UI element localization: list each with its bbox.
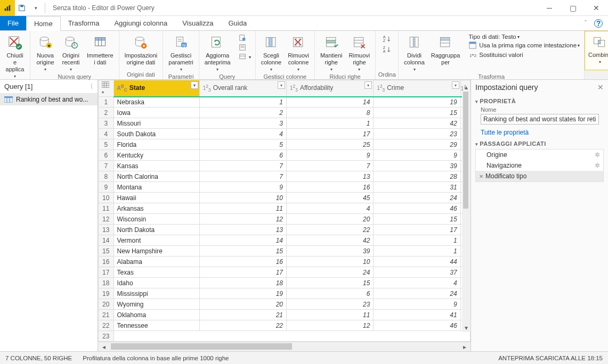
cell-overall-rank[interactable]: 18 [199, 278, 286, 288]
cell-affordability[interactable]: 24 [287, 267, 374, 278]
cell-state[interactable]: Kentucky [114, 150, 199, 161]
prima-riga-intestazione-button[interactable]: Usa la prima riga come intestazione ▾ [466, 40, 582, 50]
row-number[interactable]: 12 [99, 214, 114, 225]
row-number[interactable]: 3 [99, 118, 114, 129]
cell-overall-rank[interactable]: 1 [199, 97, 286, 107]
cell-state[interactable]: Idaho [114, 278, 199, 288]
table-row[interactable]: 5 Florida 5 25 29 [99, 139, 471, 150]
cell-crime[interactable]: 15 [374, 107, 460, 118]
tab-guida[interactable]: Guida [221, 16, 254, 30]
cell-affordability[interactable]: 14 [287, 97, 374, 107]
cell-state[interactable]: Nebraska [114, 97, 199, 107]
cell-affordability[interactable]: 4 [287, 203, 374, 214]
close-apply-button[interactable]: Chiudi e applica▾ [2, 32, 28, 80]
cell-overall-rank[interactable]: 19 [199, 288, 286, 299]
cell-state[interactable]: Arkansas [114, 203, 199, 214]
qat-dropdown-icon[interactable]: ▾ [29, 0, 43, 16]
cell-state[interactable]: North Calorina [114, 171, 199, 182]
cell-overall-rank[interactable]: 2 [199, 107, 286, 118]
cell-affordability[interactable]: 10 [287, 257, 374, 267]
table-row[interactable]: 2 Iowa 2 8 15 [99, 107, 471, 118]
row-number[interactable]: 9 [99, 182, 114, 193]
table-row[interactable]: 21 Oklahoma 21 11 41 [99, 310, 471, 320]
cell-overall-rank[interactable]: 12 [199, 214, 286, 225]
collapse-ribbon-icon[interactable]: ˆ [580, 16, 591, 30]
row-number[interactable]: 6 [99, 150, 114, 161]
gear-icon[interactable]: ✲ [595, 162, 600, 169]
cell-affordability[interactable]: 42 [287, 235, 374, 246]
table-row[interactable]: 12 Wisconsin 12 20 15 [99, 214, 471, 225]
dividi-colonna-button[interactable]: Dividi colonna▾ [401, 32, 428, 73]
step-modificato-tipo[interactable]: ✕Modificato tipo [476, 171, 603, 181]
cell-affordability[interactable]: 13 [287, 171, 374, 182]
column-header-affordability[interactable]: 123Affordability▾ [287, 80, 374, 97]
cell-crime[interactable]: 46 [374, 203, 460, 214]
origini-recenti-button[interactable]: Origini recenti▾ [58, 32, 84, 73]
row-number[interactable]: 2 [99, 107, 114, 118]
cell-crime[interactable]: 17 [374, 225, 460, 235]
cell-overall-rank[interactable]: 9 [199, 182, 286, 193]
cell-overall-rank[interactable]: 11 [199, 203, 286, 214]
gestisci-parametri-button[interactable]: xyGestisci parametri▾ [165, 32, 196, 73]
cell-overall-rank[interactable]: 22 [199, 320, 286, 331]
cell-overall-rank[interactable]: 17 [199, 267, 286, 278]
table-row[interactable]: 8 North Calorina 7 13 28 [99, 171, 471, 182]
table-row[interactable]: 7 Kansas 7 7 39 [99, 161, 471, 171]
maximize-button[interactable]: ▢ [561, 0, 585, 16]
row-number[interactable]: 22 [99, 320, 114, 331]
cell-crime[interactable]: 39 [374, 161, 460, 171]
tab-home[interactable]: Home [26, 16, 61, 31]
scroll-up-icon[interactable]: ▴ [462, 83, 471, 92]
rimuovi-righe-button[interactable]: Rimuovi righe▾ [346, 32, 374, 73]
query-properties-button[interactable] [236, 33, 253, 43]
cell-crime[interactable]: 29 [374, 139, 460, 150]
combina-button[interactable]: Combina▾ [585, 31, 608, 70]
help-icon[interactable]: ? [594, 19, 603, 28]
sostituisci-valori-button[interactable]: 12Sostituisci valori [466, 50, 582, 60]
cell-state[interactable]: North Dakota [114, 225, 199, 235]
cell-crime[interactable]: 46 [374, 320, 460, 331]
section-applied-steps[interactable]: PASSAGGI APPLICATI [475, 140, 604, 147]
cell-affordability[interactable]: 8 [287, 107, 374, 118]
cell-crime[interactable]: 9 [374, 150, 460, 161]
all-properties-link[interactable]: Tutte le proprietà [481, 129, 604, 136]
aggiorna-anteprima-button[interactable]: Aggiorna anteprima▾ [201, 32, 234, 73]
scroll-down-icon[interactable]: ▾ [462, 324, 471, 332]
cell-overall-rank[interactable]: 16 [199, 257, 286, 267]
row-number[interactable]: 21 [99, 310, 114, 320]
cell-affordability[interactable]: 6 [287, 288, 374, 299]
cell-overall-rank[interactable]: 13 [199, 225, 286, 235]
mantieni-righe-button[interactable]: Mantieni righe▾ [317, 32, 346, 73]
table-row[interactable]: 14 Vermont 14 42 1 [99, 235, 471, 246]
cell-crime[interactable]: 1 [374, 246, 460, 257]
cell-state[interactable]: Texas [114, 267, 199, 278]
scroll-left-icon[interactable]: ◂ [99, 342, 109, 352]
sort-desc-button[interactable]: ZA [380, 45, 394, 55]
step-origine[interactable]: Origine✲ [476, 150, 603, 160]
sort-asc-button[interactable]: AZ [380, 34, 394, 45]
nuova-origine-button[interactable]: ★Nuova origine▾ [33, 32, 58, 73]
cell-state[interactable]: Wisconsin [114, 214, 199, 225]
filter-icon[interactable]: ▾ [278, 81, 285, 89]
scroll-right-icon[interactable]: ▸ [460, 342, 469, 352]
row-number[interactable]: 14 [99, 235, 114, 246]
column-header-overall-rank[interactable]: 123Overall rank▾ [199, 80, 286, 97]
table-row[interactable]: 9 Montana 9 16 31 [99, 182, 471, 193]
rimuovi-colonne-button[interactable]: Rimuovi colonne▾ [285, 32, 312, 73]
row-number[interactable]: 8 [99, 171, 114, 182]
step-navigazione[interactable]: Navigazione✲ [476, 160, 603, 171]
tab-trasforma[interactable]: Trasforma [61, 16, 107, 30]
cell-crime[interactable]: 42 [374, 118, 460, 129]
advanced-editor-button[interactable] [236, 43, 253, 52]
row-number[interactable]: 5 [99, 139, 114, 150]
cell-overall-rank[interactable]: 10 [199, 193, 286, 203]
cell-state[interactable]: Florida [114, 139, 199, 150]
cell-crime[interactable]: 24 [374, 288, 460, 299]
cell-crime[interactable]: 23 [374, 129, 460, 139]
table-row[interactable]: 11 Arkansas 11 4 46 [99, 203, 471, 214]
row-number[interactable]: 4 [99, 129, 114, 139]
immettere-dati-button[interactable]: Immettere i dati [84, 32, 117, 66]
minimize-button[interactable]: ─ [538, 0, 561, 16]
row-number[interactable]: 7 [99, 161, 114, 171]
cell-overall-rank[interactable]: 15 [199, 246, 286, 257]
